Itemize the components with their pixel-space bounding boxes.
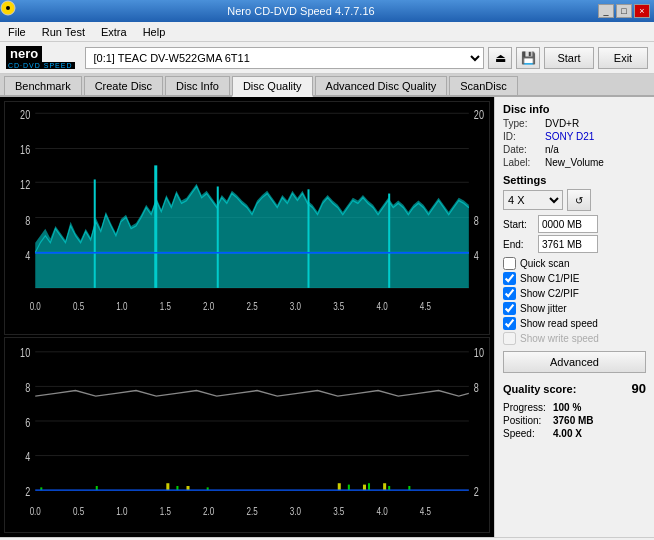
menu-extra[interactable]: Extra (97, 25, 131, 39)
chart-area: 20 16 12 8 4 20 8 4 (0, 97, 494, 537)
svg-rect-20 (94, 179, 96, 287)
window-title: Nero CD-DVD Speed 4.7.7.16 (4, 5, 598, 17)
tab-advanced-disc-quality[interactable]: Advanced Disc Quality (315, 76, 448, 95)
svg-rect-49 (166, 484, 169, 491)
lower-chart-svg: 10 8 6 4 2 10 8 2 (5, 338, 489, 532)
svg-rect-58 (348, 485, 350, 491)
svg-text:16: 16 (20, 143, 30, 157)
svg-text:8: 8 (25, 213, 30, 227)
svg-text:4.0: 4.0 (377, 505, 388, 518)
svg-rect-22 (308, 189, 310, 288)
end-input[interactable] (538, 235, 598, 253)
svg-text:2.0: 2.0 (203, 505, 214, 518)
svg-rect-52 (363, 485, 366, 491)
save-button[interactable]: 💾 (516, 47, 540, 69)
svg-text:0.5: 0.5 (73, 300, 85, 313)
show-c2pif-checkbox[interactable] (503, 287, 516, 300)
start-input[interactable] (538, 215, 598, 233)
svg-rect-59 (368, 484, 370, 491)
svg-text:2: 2 (474, 485, 479, 499)
svg-text:0.0: 0.0 (30, 505, 41, 518)
svg-text:10: 10 (474, 346, 484, 360)
speed-refresh-icon[interactable]: ↺ (567, 189, 591, 211)
svg-text:0.0: 0.0 (30, 300, 42, 313)
position-label: Position: (503, 415, 553, 426)
tab-disc-info[interactable]: Disc Info (165, 76, 230, 95)
svg-rect-35 (5, 338, 489, 532)
tab-scandisc[interactable]: ScanDisc (449, 76, 517, 95)
svg-rect-53 (383, 484, 386, 491)
svg-text:2.0: 2.0 (203, 300, 215, 313)
exit-button[interactable]: Exit (598, 47, 648, 69)
speed-value: 4.00 X (553, 428, 582, 439)
show-c2pif-label: Show C2/PIF (520, 288, 579, 299)
svg-text:2.5: 2.5 (246, 300, 258, 313)
svg-text:2.5: 2.5 (246, 505, 257, 518)
toolbar: nero CD·DVD SPEED [0:1] TEAC DV-W522GMA … (0, 42, 654, 74)
show-write-speed-checkbox[interactable] (503, 332, 516, 345)
svg-rect-51 (338, 484, 341, 491)
svg-text:4: 4 (25, 248, 30, 262)
svg-text:3.5: 3.5 (333, 505, 344, 518)
eject-button[interactable]: ⏏ (488, 47, 512, 69)
svg-rect-21 (217, 186, 219, 287)
show-read-speed-label: Show read speed (520, 318, 598, 329)
start-label: Start: (503, 219, 538, 230)
svg-rect-19 (154, 165, 157, 288)
svg-text:1.5: 1.5 (160, 300, 172, 313)
progress-label: Progress: (503, 402, 553, 413)
svg-text:20: 20 (474, 107, 484, 121)
svg-text:20: 20 (20, 107, 30, 121)
tab-benchmark[interactable]: Benchmark (4, 76, 82, 95)
progress-section: Progress: 100 % Position: 3760 MB Speed:… (503, 402, 646, 439)
quick-scan-checkbox[interactable] (503, 257, 516, 270)
start-button[interactable]: Start (544, 47, 594, 69)
menu-help[interactable]: Help (139, 25, 170, 39)
speed-label: Speed: (503, 428, 553, 439)
svg-text:8: 8 (25, 381, 30, 395)
svg-text:6: 6 (25, 415, 30, 429)
title-bar: Nero CD-DVD Speed 4.7.7.16 _ □ × (0, 0, 654, 22)
svg-text:4.0: 4.0 (377, 300, 389, 313)
close-button[interactable]: × (634, 4, 650, 18)
disc-info-title: Disc info (503, 103, 646, 115)
menu-run-test[interactable]: Run Test (38, 25, 89, 39)
show-read-speed-checkbox[interactable] (503, 317, 516, 330)
svg-text:8: 8 (474, 213, 479, 227)
date-value: n/a (545, 144, 559, 155)
svg-text:1.0: 1.0 (116, 300, 128, 313)
settings-title: Settings (503, 174, 646, 186)
quality-score-label: Quality score: (503, 383, 576, 395)
maximize-button[interactable]: □ (616, 4, 632, 18)
type-label: Type: (503, 118, 545, 129)
show-jitter-checkbox[interactable] (503, 302, 516, 315)
type-value: DVD+R (545, 118, 579, 129)
svg-rect-23 (388, 194, 390, 288)
drive-selector[interactable]: [0:1] TEAC DV-W522GMA 6T11 (85, 47, 484, 69)
upper-chart: 20 16 12 8 4 20 8 4 (4, 101, 490, 335)
svg-text:1.5: 1.5 (160, 505, 171, 518)
speed-selector[interactable]: 4 X (503, 190, 563, 210)
menu-file[interactable]: File (4, 25, 30, 39)
show-c1pie-checkbox[interactable] (503, 272, 516, 285)
svg-text:4.5: 4.5 (420, 300, 432, 313)
show-write-speed-label: Show write speed (520, 333, 599, 344)
id-value: SONY D21 (545, 131, 594, 142)
tab-create-disc[interactable]: Create Disc (84, 76, 163, 95)
show-jitter-label: Show jitter (520, 303, 567, 314)
svg-text:0.5: 0.5 (73, 505, 84, 518)
advanced-button[interactable]: Advanced (503, 351, 646, 373)
svg-text:1.0: 1.0 (116, 505, 127, 518)
svg-text:12: 12 (20, 178, 30, 192)
disc-label-label: Label: (503, 157, 545, 168)
svg-text:2: 2 (25, 485, 30, 499)
date-label: Date: (503, 144, 545, 155)
end-label: End: (503, 239, 538, 250)
show-c1pie-label: Show C1/PIE (520, 273, 579, 284)
svg-text:4: 4 (474, 248, 479, 262)
minimize-button[interactable]: _ (598, 4, 614, 18)
upper-chart-svg: 20 16 12 8 4 20 8 4 (5, 102, 489, 334)
lower-chart: 10 8 6 4 2 10 8 2 (4, 337, 490, 533)
tab-disc-quality[interactable]: Disc Quality (232, 76, 313, 97)
svg-point-1 (6, 6, 10, 10)
